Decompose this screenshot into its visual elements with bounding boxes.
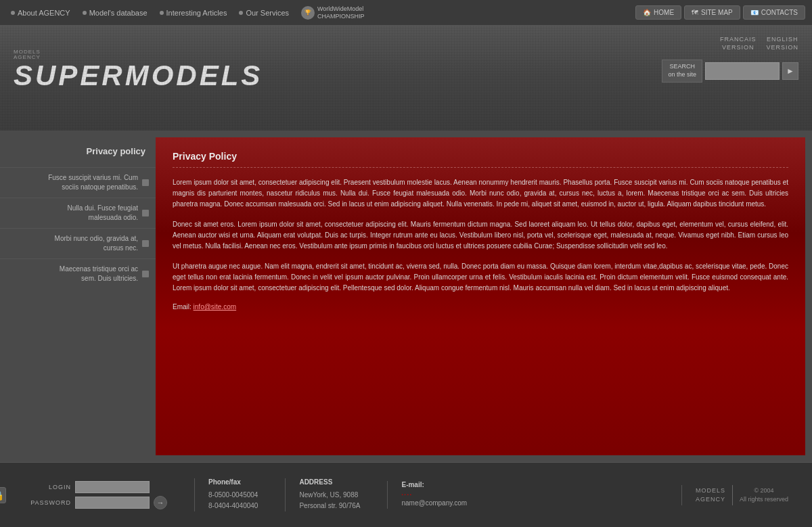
footer: 🔒 LOGIN PASSWORD → Phone/fax 8-0500-0045… xyxy=(0,462,812,527)
sidebar-item-models[interactable]: Model's database xyxy=(78,9,152,17)
login-input[interactable] xyxy=(75,481,150,493)
nav-dot-icon xyxy=(160,11,164,15)
search-label: SEARCH on the site xyxy=(662,60,702,82)
password-label: PASSWORD xyxy=(30,499,71,506)
phone-title: Phone/fax xyxy=(208,478,258,486)
bullet-icon xyxy=(142,271,149,277)
sidebar-item-2[interactable]: Morbi nunc odio, gravida at, cursus nec. xyxy=(0,228,156,258)
footer-email-address: name@company.com xyxy=(401,498,467,509)
password-row: PASSWORD → xyxy=(30,496,167,509)
trophy-icon: 🏆 xyxy=(301,6,315,20)
lang-english[interactable]: ENGLISH VERSION xyxy=(766,36,798,51)
content-title: Privacy Policy xyxy=(173,151,788,162)
map-icon: 🗺 xyxy=(692,9,698,16)
sidebar-item-text-2: Morbi nunc odio, gravida at, cursus nec. xyxy=(55,234,138,253)
footer-phone-section: Phone/fax 8-0500-0045004 8-0404-4040040 xyxy=(194,478,271,511)
content-area: Privacy Policy Lorem ipsum dolor sit ame… xyxy=(156,137,805,455)
sidebar: Privacy policy Fusce suscipit varius mi.… xyxy=(0,131,156,462)
sidebar-item-services[interactable]: Our Services xyxy=(235,9,293,17)
address-title: ADDRESS xyxy=(299,478,360,486)
search-button[interactable]: ► xyxy=(782,62,798,80)
top-navigation: About AGENCY Model's database Interestin… xyxy=(0,0,812,26)
nav-left-items: About AGENCY Model's database Interestin… xyxy=(7,5,369,20)
header: MODELS AGENCY SUPERMODELS FRANCAIS VERSI… xyxy=(0,26,812,131)
brand-text: MODELS AGENCY xyxy=(696,486,725,503)
content-paragraph-1: Lorem ipsum dolor sit amet, consectetuer… xyxy=(173,177,788,210)
bullet-icon xyxy=(142,240,149,247)
footer-brand: MODELS AGENCY © 2004 All rights reserved xyxy=(681,485,802,505)
footer-login-section: 🔒 LOGIN PASSWORD → xyxy=(10,481,167,509)
login-submit-button[interactable]: → xyxy=(154,496,167,509)
email-link[interactable]: info@site.com xyxy=(194,303,237,311)
nav-dot-icon xyxy=(11,11,15,15)
sidebar-item-text-1: Nulla dui. Fusce feugiat malesuada odio. xyxy=(67,204,138,223)
logo-big-text: SUPERMODELS xyxy=(14,62,263,90)
phone-line-2: 8-0404-4040040 xyxy=(208,501,258,511)
lock-icon: 🔒 xyxy=(0,487,6,503)
sidebar-item-1[interactable]: Nulla dui. Fusce feugiat malesuada odio. xyxy=(0,198,156,228)
footer-address-section: ADDRESS NewYork, US, 9088 Personal str. … xyxy=(285,478,374,511)
phone-line-1: 8-0500-0045004 xyxy=(208,490,258,501)
content-divider xyxy=(173,167,788,168)
nav-right-items: 🏠 HOME 🗺 SITE MAP 📧 CONTACTS xyxy=(635,5,805,20)
address-line-1: NewYork, US, 9088 xyxy=(299,490,360,501)
nav-dot-icon xyxy=(239,11,243,15)
login-label: LOGIN xyxy=(30,484,71,490)
brand-divider xyxy=(732,485,733,505)
search-area: SEARCH on the site ► xyxy=(662,60,798,82)
content-paragraph-3: Ut pharetra augue nec augue. Nam elit ma… xyxy=(173,261,788,294)
login-row: LOGIN xyxy=(30,481,150,493)
logo-area: MODELS AGENCY SUPERMODELS xyxy=(14,49,263,90)
email-section-title: E-mail: xyxy=(401,481,467,488)
contacts-button[interactable]: 📧 CONTACTS xyxy=(743,5,805,20)
main-content: Privacy policy Fusce suscipit varius mi.… xyxy=(0,131,812,462)
sidebar-item-articles[interactable]: Interesting Articles xyxy=(156,9,231,17)
sidebar-item-championship[interactable]: 🏆 WorldWideModelCHAMPIONSHIP xyxy=(297,5,369,20)
content-paragraph-2: Donec sit amet eros. Lorem ipsum dolor s… xyxy=(173,219,788,252)
address-line-2: Personal str. 90/76A xyxy=(299,501,360,511)
email-dots-decoration: •••• xyxy=(401,492,467,497)
sidebar-item-3[interactable]: Maecenas tristique orci ac sem. Duis ult… xyxy=(0,258,156,289)
search-input[interactable] xyxy=(705,62,780,80)
logo-small-text: MODELS AGENCY xyxy=(14,49,41,60)
home-button[interactable]: 🏠 HOME xyxy=(635,5,681,20)
bullet-icon xyxy=(142,210,149,216)
nav-dot-icon xyxy=(83,11,87,15)
home-icon: 🏠 xyxy=(643,9,651,16)
sidebar-item-0[interactable]: Fusce suscipit varius mi. Cum sociis nat… xyxy=(0,167,156,198)
contacts-icon: 📧 xyxy=(750,9,759,16)
sidebar-item-text-3: Maecenas tristique orci ac sem. Duis ult… xyxy=(60,265,138,283)
password-input[interactable] xyxy=(75,497,150,509)
content-email: Email: info@site.com xyxy=(173,303,788,311)
sidebar-title: Privacy policy xyxy=(0,141,156,162)
login-form: LOGIN PASSWORD → xyxy=(30,481,167,509)
language-switcher: FRANCAIS VERSION ENGLISH VERSION xyxy=(720,36,798,51)
sitemap-button[interactable]: 🗺 SITE MAP xyxy=(684,5,740,20)
footer-email-section: E-mail: •••• name@company.com xyxy=(387,481,480,509)
bullet-icon xyxy=(142,179,149,186)
header-right: FRANCAIS VERSION ENGLISH VERSION SEARCH … xyxy=(662,36,798,83)
brand-copyright: © 2004 All rights reserved xyxy=(740,486,788,503)
lang-francais[interactable]: FRANCAIS VERSION xyxy=(720,36,757,51)
sidebar-item-text-0: Fusce suscipit varius mi. Cum sociis nat… xyxy=(48,173,138,192)
sidebar-item-about[interactable]: About AGENCY xyxy=(7,9,74,17)
